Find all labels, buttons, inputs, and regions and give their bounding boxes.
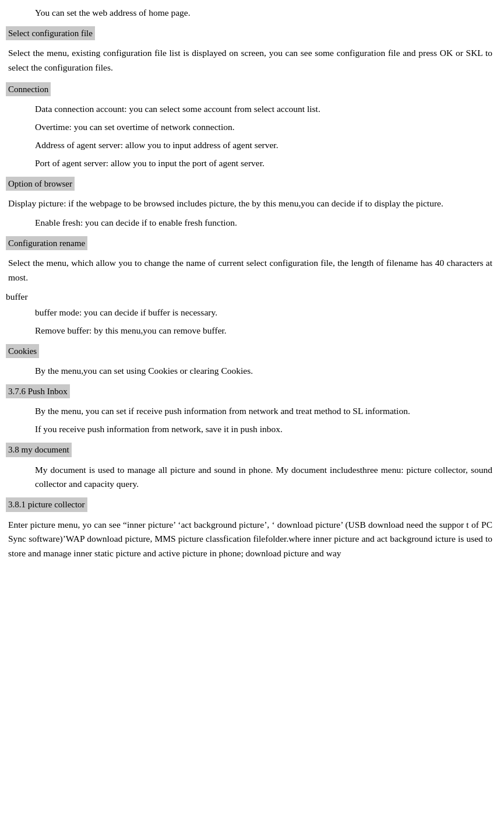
text-buffer-0: buffer mode: you can decide if buffer is… [6,306,492,320]
section-cookies: Cookies By the menu,you can set using Co… [6,342,492,378]
section-push-inbox: 3.7.6 Push Inbox By the menu, you can se… [6,382,492,437]
section-buffer: buffer buffer mode: you can decide if bu… [6,290,492,338]
text-select-config-0: Select the menu, existing configuration … [6,46,492,75]
text-connection-2: Address of agent server: allow you to in… [6,138,492,153]
text-cookies-0: By the menu,you can set using Cookies or… [6,364,492,378]
text-connection-0: Data connection account: you can select … [6,102,492,117]
header-cookies: Cookies [6,344,39,359]
header-buffer: buffer [6,290,492,303]
header-my-document: 3.8 my document [6,443,72,457]
section-picture-collector: 3.8.1 picture collector Enter picture me… [6,495,492,561]
header-config-rename: Configuration rename [6,236,87,251]
text-push-inbox-0: By the menu, you can set if receive push… [6,404,492,419]
intro-text: You can set the web address of home page… [6,6,492,20]
section-connection: Connection Data connection account: you … [6,80,492,171]
text-picture-collector-0: Enter picture menu, yo can see “inner pi… [6,518,492,561]
header-connection: Connection [6,82,51,97]
text-connection-1: Overtime: you can set overtime of networ… [6,120,492,135]
text-push-inbox-1: If you receive push information from net… [6,422,492,437]
header-option-browser: Option of browser [6,177,75,191]
section-config-rename: Configuration rename Select the menu, wh… [6,234,492,285]
header-push-inbox: 3.7.6 Push Inbox [6,384,70,399]
section-option-browser: Option of browser Display picture: if th… [6,174,492,230]
header-select-config: Select configuration file [6,26,95,41]
section-my-document: 3.8 my document My document is used to m… [6,440,492,492]
text-config-rename-0: Select the menu, which allow you to chan… [6,256,492,285]
header-picture-collector: 3.8.1 picture collector [6,497,87,512]
text-option-browser-indented-0: Enable fresh: you can decide if to enabl… [6,216,492,230]
text-connection-3: Port of agent server: allow you to input… [6,156,492,171]
text-my-document-0: My document is used to manage all pictur… [6,463,492,492]
section-select-config: Select configuration file Select the men… [6,24,492,75]
text-option-browser-0: Display picture: if the webpage to be br… [6,197,492,211]
text-buffer-1: Remove buffer: by this menu,you can remo… [6,324,492,338]
